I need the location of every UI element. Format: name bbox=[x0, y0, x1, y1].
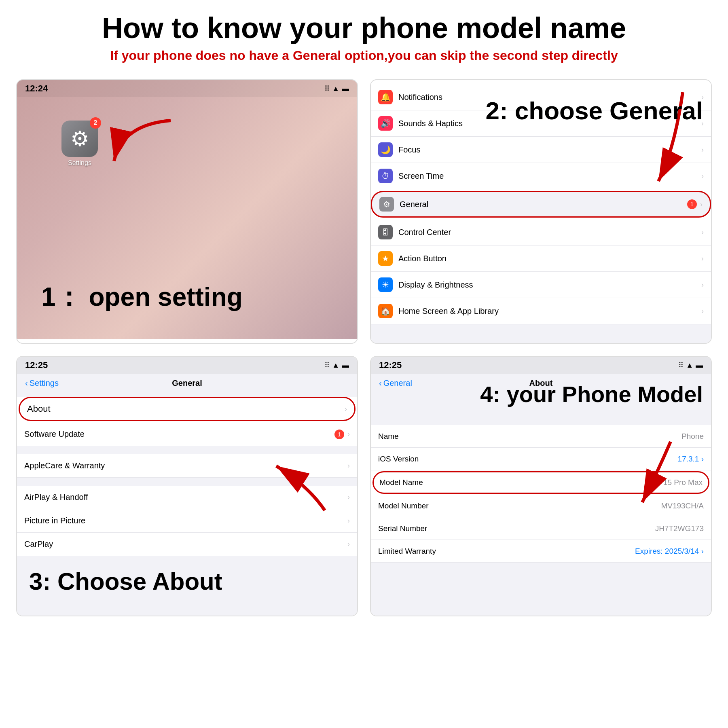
about-warranty[interactable]: Limited Warranty Expires: 2025/3/14 › bbox=[371, 540, 711, 563]
focus-icon: 🌙 bbox=[378, 142, 393, 157]
general-about[interactable]: About › bbox=[19, 397, 356, 421]
main-title: How to know your phone model name bbox=[16, 12, 712, 44]
screentime-icon: ⏱ bbox=[378, 169, 393, 183]
step4-panel: 12:25 ⠿ ▲ ▬ ‹ General About 4: your Phon… bbox=[370, 356, 712, 616]
step1-arrow bbox=[90, 112, 179, 185]
step1-label: 1： open setting bbox=[41, 279, 243, 315]
settings-actionbutton[interactable]: ★ Action Button › bbox=[371, 245, 711, 272]
general-icon: ⚙ bbox=[379, 197, 394, 212]
step3-wifi: ▲ bbox=[332, 361, 339, 370]
wifi-icon: ▲ bbox=[332, 85, 339, 93]
step4-arrow bbox=[610, 438, 691, 518]
step4-time: 12:25 bbox=[379, 360, 402, 370]
list-divider bbox=[17, 446, 357, 454]
step3-label: 3: Choose About bbox=[29, 567, 222, 595]
subtitle: If your phone does no have a General opt… bbox=[16, 48, 712, 63]
step3-battery: ▬ bbox=[342, 361, 349, 370]
step3-arrow bbox=[260, 454, 333, 518]
settings-homescreen[interactable]: 🏠 Home Screen & App Library › bbox=[371, 298, 711, 324]
step1-panel: 12:24 ⠿ ▲ ▬ ⚙ 2 Settings bbox=[16, 79, 358, 344]
settings-display[interactable]: ☀ Display & Brightness › bbox=[371, 272, 711, 298]
step1-time: 12:24 bbox=[25, 83, 48, 94]
homescreen-icon: 🏠 bbox=[378, 304, 393, 318]
about-serial-number: Serial Number JH7T2WG173 bbox=[371, 517, 711, 540]
battery-icon: ▬ bbox=[342, 85, 349, 93]
general-carplay[interactable]: CarPlay › bbox=[17, 533, 357, 556]
general-softwareupdate[interactable]: Software Update 1 › bbox=[17, 423, 357, 446]
step2-panel: 2: choose General 🔔 Notifications › bbox=[370, 79, 712, 344]
step3-time: 12:25 bbox=[25, 360, 48, 370]
step3-nav-title: General bbox=[172, 379, 202, 388]
signal-icon: ⠿ bbox=[324, 84, 330, 93]
step3-panel: 12:25 ⠿ ▲ ▬ ‹ Settings General About bbox=[16, 356, 358, 616]
notifications-icon: 🔔 bbox=[378, 90, 393, 104]
actionbutton-icon: ★ bbox=[378, 251, 393, 266]
step4-battery: ▬ bbox=[696, 361, 703, 370]
controlcenter-icon: 🎛 bbox=[378, 225, 393, 239]
step2-label: 2: choose General bbox=[485, 96, 703, 125]
step3-signal: ⠿ bbox=[324, 361, 330, 370]
gear-icon: ⚙ bbox=[70, 127, 89, 151]
step4-wifi: ▲ bbox=[686, 361, 693, 370]
step4-label: 4: your Phone Model bbox=[480, 381, 703, 407]
step4-signal: ⠿ bbox=[678, 361, 684, 370]
step3-back[interactable]: ‹ Settings bbox=[25, 379, 59, 388]
step4-back[interactable]: ‹ General bbox=[379, 379, 412, 388]
sounds-icon: 🔊 bbox=[378, 116, 393, 131]
step3-navbar: ‹ Settings General bbox=[17, 374, 357, 393]
settings-controlcenter[interactable]: 🎛 Control Center › bbox=[371, 219, 711, 245]
display-icon: ☀ bbox=[378, 277, 393, 292]
